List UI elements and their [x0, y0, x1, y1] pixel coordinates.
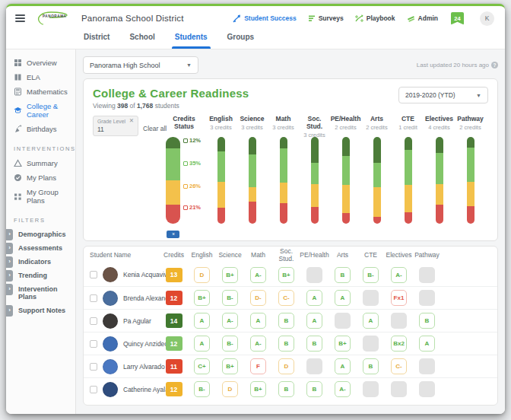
- credits-badge: 11: [166, 359, 182, 374]
- chart-columns: Credits Status12%35%26%21%›‹English3 cre…: [163, 116, 486, 228]
- student-cell: Pa Agular: [84, 313, 160, 329]
- bar-area: [236, 137, 268, 228]
- grade-cell: C-: [272, 290, 300, 306]
- student-cell: Catherine Ayala: [84, 382, 160, 397]
- info-icon[interactable]: ?: [491, 62, 498, 68]
- filter-panel-intervention-plans[interactable]: Intervention Plans: [6, 282, 75, 304]
- bar-segment: [342, 156, 350, 185]
- pencils-icon: [407, 14, 415, 22]
- grade-chip: B+: [278, 267, 294, 283]
- nav-admin[interactable]: Admin: [407, 14, 438, 22]
- sidebar-item-summary[interactable]: Summary: [6, 156, 75, 170]
- legend-checkbox-21[interactable]: 21%: [183, 204, 201, 211]
- grid-icon: [14, 59, 22, 67]
- column-header-label: Science: [218, 251, 241, 259]
- collapse-bar-button[interactable]: ›‹: [167, 231, 179, 238]
- tab-district[interactable]: District: [84, 30, 110, 49]
- row-checkbox[interactable]: [90, 294, 97, 302]
- empty-grade-chip: [363, 290, 379, 306]
- sidebar-item-my-plans[interactable]: My Plans: [6, 170, 75, 185]
- grade-chip: A-: [222, 313, 238, 329]
- sidebar-item-my-group-plans[interactable]: My Group Plans: [6, 185, 75, 208]
- grade-cell: D: [216, 381, 244, 397]
- tab-students[interactable]: Students: [175, 30, 208, 49]
- grade-chip: B-: [363, 267, 379, 283]
- school-year-selector[interactable]: 2019-2020 (YTD) ▼: [398, 87, 488, 103]
- grade-chip: B: [278, 336, 294, 352]
- tab-groups[interactable]: Groups: [227, 30, 255, 49]
- column-label: Arts: [366, 116, 387, 123]
- sidebar-item-college-career[interactable]: College & Career: [6, 99, 75, 122]
- school-selector[interactable]: Panorama High School ▼: [83, 56, 198, 74]
- filter-panel-demographics[interactable]: Demographics: [6, 228, 75, 241]
- grade-cell: A: [328, 290, 357, 306]
- legend-checkbox-12[interactable]: 12%: [183, 137, 201, 144]
- grade-chip: C-: [278, 290, 294, 306]
- grade-cell: [300, 267, 328, 283]
- row-checkbox[interactable]: [90, 386, 97, 393]
- bar-segment: [373, 163, 381, 187]
- legend-checkbox-26[interactable]: 26%: [183, 183, 201, 189]
- grade-cell: B+: [216, 358, 244, 374]
- row-checkbox[interactable]: [90, 271, 97, 278]
- row-checkbox[interactable]: [90, 340, 97, 348]
- legend-checkbox-35[interactable]: 35%: [183, 160, 201, 167]
- chevron-down-icon: ▼: [476, 93, 481, 98]
- bar-segment: [311, 163, 319, 183]
- grade-cell: [328, 313, 357, 329]
- filter-panel-assessments[interactable]: Assessments: [6, 241, 75, 255]
- list-bars-icon: [308, 14, 316, 22]
- column-header-label: Math: [251, 251, 265, 259]
- notifications-badge[interactable]: 24: [451, 12, 464, 25]
- row-checkbox[interactable]: [90, 317, 97, 325]
- bar-area: [299, 137, 330, 228]
- table-header-soc-stud: Soc. Stud.: [272, 247, 300, 262]
- sidebar-item-ela[interactable]: ELA: [6, 70, 75, 84]
- readiness-card: College & Career Readiness Viewing 398 o…: [83, 78, 498, 241]
- bar-segment: [166, 137, 180, 148]
- grade-cell: B+: [188, 290, 216, 306]
- user-avatar[interactable]: K: [480, 11, 494, 26]
- sidebar-item-mathematics[interactable]: Mathematics: [6, 84, 75, 99]
- last-updated: Last updated 20 hours ago ?: [417, 62, 498, 68]
- student-name[interactable]: Pa Agular: [123, 317, 151, 325]
- svg-text:PANORAMA: PANORAMA: [43, 14, 67, 18]
- bar-segment: [405, 185, 412, 212]
- tab-school[interactable]: School: [129, 30, 154, 49]
- column-sublabel: 3 credits: [272, 124, 294, 131]
- sidebar-item-birthdays[interactable]: Birthdays: [6, 122, 75, 136]
- filter-panel-indicators[interactable]: Indicators: [6, 255, 75, 269]
- column-label: Pathway: [457, 116, 484, 123]
- bar-segment: [166, 180, 180, 205]
- student-name[interactable]: Larry Alvarado: [123, 363, 165, 371]
- filter-panel-trending[interactable]: Trending: [6, 269, 75, 282]
- grade-chip: A: [335, 290, 351, 306]
- remove-filter-icon[interactable]: ✕: [129, 119, 134, 124]
- grade-cell: [413, 267, 441, 283]
- grade-cell: F: [244, 358, 272, 374]
- grade-chip: B-: [222, 290, 238, 306]
- bar-segment: [436, 184, 443, 205]
- grade-cell: B: [357, 358, 385, 374]
- nav-surveys[interactable]: Surveys: [308, 14, 344, 22]
- hamburger-menu-icon[interactable]: [15, 14, 25, 22]
- table-header-electives: Electives: [385, 251, 413, 259]
- bar-segment: [311, 184, 319, 208]
- avatar: [103, 359, 118, 374]
- row-checkbox[interactable]: [90, 363, 97, 371]
- filter-panel-support-notes[interactable]: Support Notes: [6, 304, 75, 317]
- column-header-label: PE/Health: [300, 251, 328, 259]
- checkbox-icon: [183, 138, 188, 143]
- column-header: PE/Health2 credits: [331, 116, 361, 134]
- grade-chip: B-: [222, 336, 238, 352]
- grade-cell: A: [188, 313, 216, 329]
- nav-student-success[interactable]: Student Success: [233, 14, 297, 23]
- bar-area: [268, 137, 299, 228]
- sidebar-item-overview[interactable]: Overview: [6, 56, 75, 70]
- bar-area: 12%35%26%21%›‹: [163, 137, 205, 228]
- avatar: [103, 267, 118, 282]
- nav-playbook[interactable]: Playbook: [355, 14, 395, 22]
- credits-badge: 14: [166, 313, 182, 328]
- clear-all-link[interactable]: Clear all: [143, 125, 167, 132]
- bar-segment: [342, 185, 350, 214]
